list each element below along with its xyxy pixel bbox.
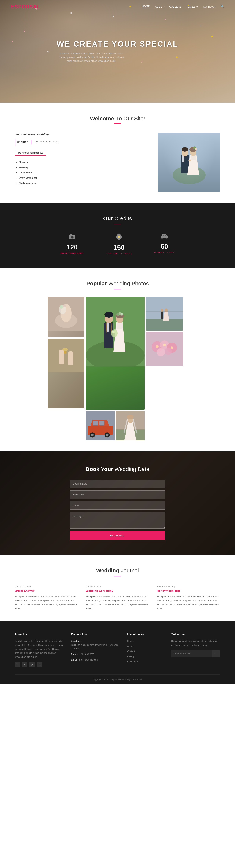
svg-rect-63 bbox=[146, 311, 183, 312]
journal-title: Wedding Journal bbox=[15, 567, 220, 574]
svg-point-57 bbox=[114, 330, 116, 332]
footer-link-gallery[interactable]: Gallery bbox=[127, 655, 164, 658]
footer-subscribe-col: Subscribe By subscribing to our mailing … bbox=[171, 632, 220, 667]
booking-name-input[interactable] bbox=[70, 491, 165, 499]
social-twitter[interactable]: t bbox=[22, 662, 27, 667]
hero-content: WE CREATE YOUR SPECIAL Praesent ultrnaet… bbox=[53, 36, 182, 66]
svg-rect-37 bbox=[59, 349, 64, 364]
svg-rect-80 bbox=[99, 421, 104, 425]
journal-grid: Tucson / 1 July Bridal Shower Nulla pell… bbox=[15, 586, 220, 611]
journal-text-3: Nulla pellentesque mi non non laoreet el… bbox=[157, 595, 220, 611]
photo-6[interactable] bbox=[116, 411, 145, 440]
photo-5[interactable] bbox=[86, 411, 114, 440]
photo-bottom-left-spacer bbox=[48, 411, 84, 440]
hero-title: WE CREATE YOUR SPECIAL bbox=[57, 39, 179, 49]
booking-date-input[interactable] bbox=[70, 479, 165, 488]
photos-section: Popular Wedding Photos bbox=[0, 268, 235, 452]
svg-point-76 bbox=[91, 434, 94, 436]
svg-rect-1 bbox=[181, 155, 189, 173]
journal-title-1[interactable]: Bridal Shower bbox=[15, 589, 78, 592]
welcome-tabs: WEDDING DIGITAL SERVICES bbox=[15, 139, 147, 146]
footer-subscribe-title: Subscribe bbox=[171, 632, 220, 636]
journal-text-1: Nulla pellentesque mi non non laoreet el… bbox=[15, 595, 78, 611]
svg-point-46 bbox=[104, 312, 113, 318]
journal-text-2: Nulla pellentesque mi non non laoreet el… bbox=[86, 595, 150, 611]
subscribe-email-input[interactable] bbox=[171, 650, 212, 657]
journal-title-2[interactable]: Wedding Ceremony bbox=[86, 589, 150, 592]
tab-wedding[interactable]: WEDDING bbox=[15, 139, 36, 146]
footer-link-contact[interactable]: Contact bbox=[127, 650, 164, 653]
credit-cars-number: 60 bbox=[154, 243, 175, 250]
svg-rect-44 bbox=[107, 322, 109, 332]
booking-title-normal: Wedding Date bbox=[114, 466, 150, 472]
header: ESPOUSAL HOME ABOUT GALLERY PAGES ▾ CONT… bbox=[0, 0, 235, 13]
svg-point-35 bbox=[63, 304, 66, 307]
nav-contact[interactable]: CONTACT bbox=[203, 5, 216, 8]
svg-point-84 bbox=[127, 415, 133, 419]
footer-link-contactus[interactable]: Contact Us bbox=[127, 660, 164, 663]
nav-pages[interactable]: PAGES ▾ bbox=[187, 5, 198, 8]
photo-2[interactable] bbox=[48, 339, 84, 408]
list-item: Photographers bbox=[19, 181, 147, 186]
nav-about[interactable]: ABOUT bbox=[155, 5, 164, 8]
photo-4[interactable] bbox=[146, 332, 183, 366]
footer-phone-value: +121 098 6807 bbox=[80, 653, 94, 656]
nav-home[interactable]: HOME bbox=[142, 5, 150, 8]
booking-title: Book Your Wedding Date bbox=[15, 466, 220, 472]
photos-title-bold: Popular bbox=[86, 280, 107, 286]
welcome-content: We Provide Best Wedding WEDDING DIGITAL … bbox=[15, 133, 220, 191]
footer-links-col: Useful Links Home About Contact Gallery … bbox=[127, 632, 164, 667]
photo-3[interactable] bbox=[146, 297, 183, 331]
booking-section: Book Your Wedding Date Booking bbox=[0, 452, 235, 555]
credit-flowers-label: TYPES OF FLOWERS bbox=[106, 253, 132, 255]
booking-email-input[interactable] bbox=[70, 501, 165, 509]
hero-subtitle: Praesent ultrnaet fermentum ipsum. Cras … bbox=[57, 52, 127, 63]
photo-1[interactable] bbox=[48, 297, 84, 337]
subscribe-button[interactable]: → bbox=[212, 650, 220, 657]
list-item: Event Organizer bbox=[19, 176, 147, 181]
footer-links-title: Useful Links bbox=[127, 632, 164, 636]
svg-point-68 bbox=[157, 348, 165, 356]
journal-card-1: Tucson / 1 July Bridal Shower Nulla pell… bbox=[15, 586, 78, 611]
photos-title: Popular Wedding Photos bbox=[15, 280, 220, 287]
svg-point-70 bbox=[156, 345, 159, 348]
list-item: Flowers bbox=[19, 160, 147, 165]
credit-flowers-number: 150 bbox=[106, 244, 132, 251]
welcome-image-container bbox=[158, 133, 220, 191]
tab-digital[interactable]: DIGITAL SERVICES bbox=[36, 139, 61, 146]
svg-point-55 bbox=[111, 329, 118, 337]
credits-title-normal: Credits bbox=[114, 215, 132, 221]
footer-location-value: 1234, 5th block building Jong Avenue, Ne… bbox=[71, 644, 118, 650]
footer-link-home[interactable]: Home bbox=[127, 639, 164, 643]
footer-about-title: About Us bbox=[15, 632, 64, 636]
footer: About Us Curabitur non nulla sit amet ni… bbox=[0, 621, 235, 684]
credits-grid: 120 PHOTOGRAPHERS bbox=[15, 234, 220, 255]
social-linkedin[interactable]: in bbox=[37, 662, 42, 667]
booking-submit-button[interactable]: Booking bbox=[70, 531, 165, 540]
credit-photographers-number: 120 bbox=[60, 243, 84, 251]
footer-email: Email : info@example.com bbox=[71, 658, 120, 662]
photos-title-normal: Wedding Photos bbox=[108, 280, 149, 286]
photo-center[interactable] bbox=[86, 297, 145, 410]
search-icon[interactable]: 🔍 bbox=[221, 5, 224, 8]
footer-subscribe-text: By subscribing to our mailing list you w… bbox=[171, 639, 220, 647]
subscribe-form: → bbox=[171, 650, 220, 657]
credit-cars-label: WEDDING CARS bbox=[154, 251, 175, 254]
social-facebook[interactable]: f bbox=[15, 662, 20, 667]
svg-point-14 bbox=[71, 236, 73, 238]
credit-photographers: 120 PHOTOGRAPHERS bbox=[60, 234, 84, 255]
booking-message-input[interactable] bbox=[70, 512, 165, 529]
logo[interactable]: ESPOUSAL bbox=[11, 4, 40, 9]
journal-title-3[interactable]: Honeymoon Trip bbox=[157, 589, 220, 592]
journal-title-normal: Journal bbox=[121, 567, 139, 574]
social-googleplus[interactable]: g+ bbox=[29, 662, 34, 667]
car-icon bbox=[154, 234, 175, 241]
footer-link-about[interactable]: About bbox=[127, 644, 164, 648]
credits-section: Our Credits 120 PHOTOGRAPHERS bbox=[0, 203, 235, 268]
nav-gallery[interactable]: GALLERY bbox=[169, 5, 182, 8]
footer-copyright: Copyright © 2018 Company Name All Rights… bbox=[15, 675, 220, 684]
svg-point-54 bbox=[121, 313, 123, 316]
photos-underline bbox=[114, 289, 121, 289]
footer-phone-label: Phone : bbox=[71, 653, 79, 656]
journal-section: Wedding Journal Tucson / 1 July Bridal S… bbox=[0, 555, 235, 621]
